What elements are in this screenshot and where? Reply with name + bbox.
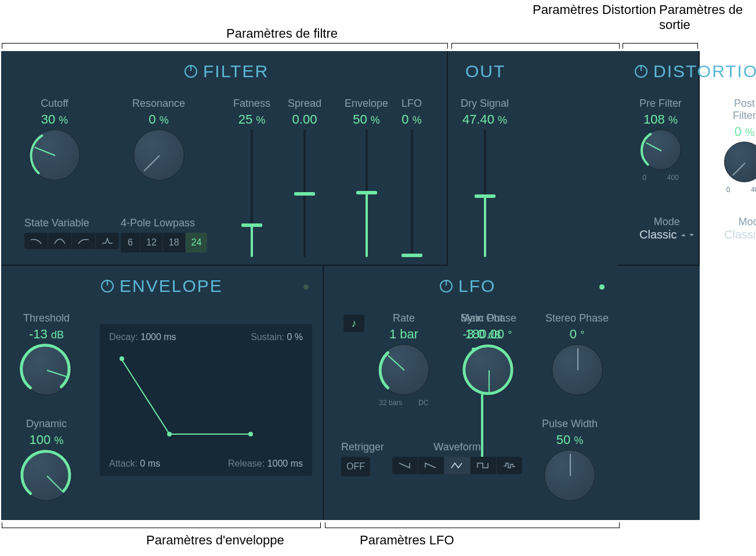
pole-24[interactable]: 24 (186, 233, 208, 252)
distortion-power-button[interactable] (635, 65, 648, 78)
envelope-power-button[interactable] (101, 280, 114, 293)
pole-6[interactable]: 6 (121, 233, 140, 252)
postfilter-knob[interactable] (724, 142, 756, 182)
dynamic-param: Dynamic 100 % (21, 418, 72, 501)
envelope-graph[interactable] (111, 353, 303, 452)
lfo-power-button[interactable] (440, 280, 453, 293)
filter-shape-bandpass-icon[interactable] (48, 233, 72, 249)
prefilter-mode-label: Mode (639, 216, 694, 228)
envelope-title: ENVELOPE (101, 276, 223, 296)
stereophase-label: Stereo Phase (545, 312, 609, 324)
resonance-value: 0 % (149, 112, 168, 127)
waveform-group: Waveform (392, 441, 522, 474)
rate-param: Rate 1 bar 32 bars DC (378, 312, 429, 407)
resonance-param: Resonance 0 % (132, 98, 185, 180)
cutoff-value: 30 % (41, 112, 68, 127)
sync-note-button[interactable]: ♪ (343, 315, 364, 332)
envelope-title-text: ENVELOPE (120, 276, 223, 296)
annotation-output: Paramètres de sortie (659, 2, 756, 33)
spread-param: Spread 0.00 (288, 98, 321, 257)
spread-slider[interactable] (303, 129, 306, 257)
retrigger-group: Retrigger OFF (341, 441, 384, 476)
lfo-slider-param: LFO 0 % (401, 98, 422, 257)
stereophase-knob[interactable] (552, 344, 603, 395)
fatness-param: Fatness 25 % (233, 98, 270, 257)
filter-shape-lowpass-icon[interactable] (24, 233, 48, 249)
state-variable-buttons (24, 233, 119, 249)
filter-shape-highpass-icon[interactable] (72, 233, 96, 249)
pulsewidth-value: 50 % (556, 432, 584, 447)
out-title: OUT (465, 62, 505, 81)
dry-slider[interactable] (484, 129, 486, 257)
svg-point-1 (167, 432, 172, 436)
prefilter-value: 108 % (643, 112, 678, 127)
envelope-display[interactable]: Decay: 1000 ms Sustain: 0 % Attack: 0 ms… (100, 324, 312, 476)
resonance-label: Resonance (132, 98, 185, 110)
prefilter-max: 400 (667, 174, 679, 182)
pole-buttons: 6 12 18 24 (121, 233, 207, 252)
waveform-square-icon[interactable] (471, 457, 497, 474)
waveform-sawdown-icon[interactable] (392, 457, 418, 474)
fatness-value: 25 % (238, 112, 266, 127)
fatness-slider[interactable] (251, 129, 253, 257)
annotation-envelope: Paramètres d'enveloppe (146, 533, 284, 548)
prefilter-min: 0 (642, 174, 646, 182)
waveform-label: Waveform (392, 441, 522, 453)
waveform-random-icon[interactable] (497, 457, 522, 474)
waveform-triangle-icon[interactable] (444, 457, 471, 474)
postfilter-max: 400 (751, 186, 756, 194)
waveform-sawup-icon[interactable] (418, 457, 444, 474)
spread-label: Spread (288, 98, 321, 110)
stereophase-value: 0 ° (570, 327, 585, 342)
threshold-knob[interactable] (21, 344, 72, 395)
svg-point-0 (120, 356, 124, 361)
annotation-distortion: Paramètres Distortion (533, 2, 656, 17)
cutoff-param: Cutoff 30 % (29, 98, 80, 180)
filter-mode-group: State Variable (24, 217, 119, 249)
envelope-panel: ENVELOPE Threshold -13 dB Dynamic 100 % … (1, 266, 324, 520)
pole-18[interactable]: 18 (163, 233, 186, 252)
envelope-indicator-dot (303, 284, 309, 290)
dynamic-knob[interactable] (21, 450, 72, 501)
release-readout: Release: 1000 ms (228, 458, 303, 469)
decay-readout: Decay: 1000 ms (109, 332, 176, 342)
distortion-title-text: DISTORTION (653, 62, 756, 81)
resonance-knob[interactable] (133, 129, 185, 180)
postfilter-mode-dropdown[interactable]: Classic (724, 228, 756, 241)
pulsewidth-knob[interactable] (544, 450, 595, 501)
lfo-title-text: LFO (458, 276, 495, 296)
dry-param: Dry Signal 47.40 % (461, 98, 509, 257)
lfo-slider[interactable] (411, 129, 413, 257)
pole-label: 4-Pole Lowpass (121, 217, 207, 229)
envelope-slider[interactable] (366, 129, 368, 257)
syncphase-knob[interactable] (463, 344, 514, 395)
annotation-lfo: Paramètres LFO (360, 533, 454, 548)
waveform-buttons (392, 457, 522, 474)
cutoff-knob[interactable] (29, 129, 80, 180)
retrigger-button[interactable]: OFF (341, 457, 370, 476)
svg-point-2 (248, 432, 253, 436)
filter-power-button[interactable] (185, 65, 197, 78)
stereophase-param: Stereo Phase 0 ° (545, 312, 609, 395)
state-variable-label: State Variable (24, 217, 119, 229)
prefilter-label: Pre Filter (639, 98, 682, 110)
attack-readout: Attack: 0 ms (109, 458, 160, 469)
rate-knob[interactable] (378, 344, 429, 395)
rate-value: 1 bar (389, 327, 418, 342)
filter-shape-peak-icon[interactable] (96, 233, 119, 249)
postfilter-mode: Mode Classic (724, 216, 756, 241)
rate-label: Rate (393, 312, 415, 324)
envelope-slider-label: Envelope (345, 98, 388, 110)
dynamic-label: Dynamic (26, 418, 67, 430)
envelope-slider-param: Envelope 50 % (345, 98, 388, 257)
pulsewidth-label: Pulse Width (542, 418, 598, 430)
postfilter-label: Post Filter (724, 98, 756, 122)
dry-value: 47.40 % (462, 112, 507, 127)
postfilter-value: 0 % (735, 124, 754, 139)
prefilter-mode-dropdown[interactable]: Classic (639, 228, 694, 241)
sustain-readout: Sustain: 0 % (251, 332, 303, 342)
out-title-text: OUT (465, 62, 505, 81)
prefilter-knob[interactable] (641, 129, 681, 170)
filter-title-text: FILTER (203, 62, 269, 81)
pole-12[interactable]: 12 (140, 233, 163, 252)
